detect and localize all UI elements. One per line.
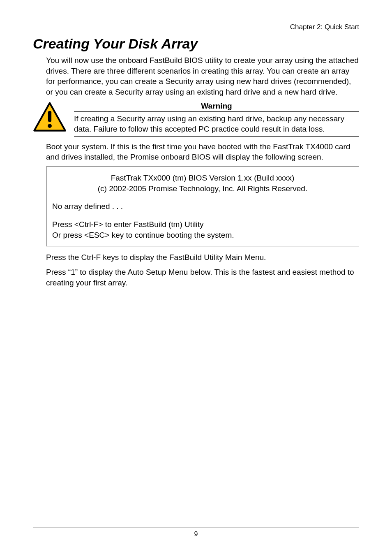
bios-screen: FastTrak TXx000 (tm) BIOS Version 1.xx (… [46,167,359,246]
intro-paragraph: You will now use the onboard FastBuild B… [46,55,359,97]
after-bios-paragraph-2: Press “1” to display the Auto Setup Menu… [46,267,359,288]
bios-press-ctrlf: Press <Ctrl-F> to enter FastBuild (tm) U… [52,219,353,230]
after-warning-paragraph: Boot your system. If this is the first t… [46,141,359,162]
page-title: Creating Your Disk Array [33,36,359,52]
after-bios-paragraph-1: Press the Ctrl-F keys to display the Fas… [46,252,359,263]
page-number: 9 [33,531,359,538]
warning-title: Warning [74,102,359,111]
page-footer: 9 [33,528,359,538]
footer-rule [33,528,359,528]
page-header: Chapter 2: Quick Start [33,23,359,31]
bios-no-array: No array defined . . . [52,201,353,212]
warning-box: Warning If creating a Security array usi… [74,102,359,137]
warning-rule-bottom [74,136,359,137]
svg-rect-1 [48,111,51,122]
bios-line-2: (c) 2002-2005 Promise Technology, Inc. A… [52,183,353,194]
warning-triangle-icon [33,102,67,134]
bios-press-esc: Or press <ESC> key to continue booting t… [52,230,353,241]
chapter-label: Chapter 2: Quick Start [290,23,359,31]
warning-callout: Warning If creating a Security array usi… [33,102,359,137]
header-rule [33,34,359,34]
warning-body: If creating a Security array using an ex… [74,112,359,136]
svg-point-2 [48,124,52,128]
bios-line-1: FastTrak TXx000 (tm) BIOS Version 1.xx (… [52,173,353,183]
